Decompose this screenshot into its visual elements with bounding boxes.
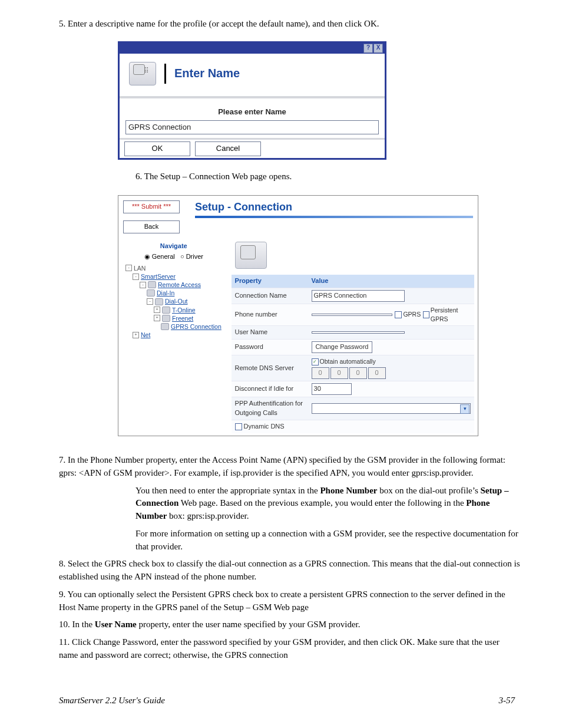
tree-net[interactable]: +Net	[122, 331, 226, 339]
dynamic-dns-checkbox[interactable]	[235, 423, 242, 430]
step10b-text: property, enter the user name specified …	[137, 620, 361, 629]
persistent-gprs-checkbox[interactable]: Persistent GPRS	[423, 306, 471, 324]
ppp-auth-label: PPP Authentification for Outgoing Calls	[235, 399, 312, 418]
navigate-header: Navigate	[122, 242, 226, 251]
idle-label: Disconnect if Idle for	[235, 384, 312, 394]
back-button[interactable]: Back	[123, 220, 180, 233]
chevron-down-icon: ▾	[460, 404, 470, 414]
tree-lan[interactable]: -LAN	[122, 264, 226, 272]
idle-input[interactable]: 30	[312, 383, 352, 395]
connection-name-label: Connection Name	[235, 291, 312, 301]
footer-right: 3-57	[499, 694, 515, 702]
general-radio[interactable]: ◉ General	[144, 253, 175, 260]
dialog-titlebar: ? X	[120, 43, 385, 54]
driver-radio[interactable]: ○ Driver	[180, 253, 203, 260]
row-phone-number: Phone number GPRS Persistent GPRS	[232, 304, 474, 325]
dialog-header: Enter Name	[120, 54, 385, 96]
tree-dial-in[interactable]: Dial-In	[122, 289, 226, 297]
step11-text: 11. Click Change Password, enter the pas…	[59, 637, 500, 660]
navigate-sidebar: Navigate ◉ General ○ Driver -LAN -SmartS…	[122, 238, 226, 433]
tree-gprs-connection[interactable]: GPRS Connection	[122, 322, 226, 331]
submit-button[interactable]: *** Submit ***	[123, 200, 180, 213]
title-underline	[195, 216, 473, 218]
connection-name-input[interactable]: GPRS Connection	[312, 290, 405, 302]
page-title: Setup - Connection	[195, 199, 473, 215]
step10-bold: User Name	[95, 620, 137, 629]
gprs-checkbox[interactable]: GPRS	[395, 310, 421, 319]
prompt-label: Please enter Name	[125, 107, 379, 118]
dns-octet-2[interactable]: 0	[330, 367, 348, 379]
tree-remote-access[interactable]: -Remote Access	[122, 281, 226, 289]
step7d-text: For more information on setting up a con…	[135, 529, 518, 551]
row-user-name: User Name	[232, 325, 474, 339]
row-password: Password Change Password	[232, 339, 474, 355]
user-name-input[interactable]	[312, 331, 405, 334]
page-footer: SmartServer 2.2 User's Guide 3-57	[0, 694, 562, 702]
step7c-tail-a: Web page. Based on the previous example,…	[178, 498, 466, 508]
property-panel: Property Value Connection Name GPRS Conn…	[232, 238, 474, 433]
step8-text: 8. Select the GPRS check box to classify…	[59, 559, 520, 581]
help-icon[interactable]: ?	[363, 44, 373, 53]
nav-radio-row: ◉ General ○ Driver	[122, 252, 226, 262]
tree-freenet[interactable]: +Freenet	[122, 314, 226, 322]
remote-dns-label: Remote DNS Server	[235, 364, 312, 373]
name-input[interactable]: GPRS Connection	[125, 120, 379, 135]
dns-octet-1[interactable]: 0	[312, 367, 329, 379]
cancel-button[interactable]: Cancel	[195, 141, 261, 156]
dns-octet-3[interactable]: 0	[349, 367, 367, 379]
ppp-auth-select[interactable]: ▾	[312, 403, 471, 414]
step7-apn: <APN of GSM provider>	[79, 468, 170, 477]
tree-dial-out[interactable]: -Dial-Out	[122, 297, 226, 305]
step7c-bold1: Phone Number	[320, 486, 377, 495]
change-password-button[interactable]: Change Password	[312, 341, 373, 353]
row-ppp-auth: PPP Authentification for Outgoing Calls …	[232, 397, 474, 420]
enter-name-dialog: ? X Enter Name Please enter Name GPRS Co…	[118, 41, 386, 160]
col-value-header: Value	[312, 276, 329, 286]
phone-number-label: Phone number	[235, 310, 312, 319]
text-cursor	[164, 64, 166, 84]
setup-connection-page: *** Submit *** Back Setup - Connection N…	[118, 195, 478, 436]
footer-left: SmartServer 2.2 User's Guide	[59, 696, 165, 702]
dynamic-dns-label: Dynamic DNS	[244, 422, 285, 431]
step7c-tail-b: box: gprs:isp.provider.	[167, 511, 249, 521]
phone-icon	[129, 62, 156, 85]
row-connection-name: Connection Name GPRS Connection	[232, 288, 474, 304]
step7c-mid: box on the dial-out profile’s	[378, 486, 481, 495]
ok-button[interactable]: OK	[124, 141, 190, 156]
close-icon[interactable]: X	[373, 44, 383, 53]
step9-text: 9. You can optionally select the Persist…	[59, 589, 505, 612]
step6-text: 6. The Setup – Connection Web page opens…	[135, 172, 292, 181]
tree-smartserver[interactable]: -SmartServer	[122, 272, 226, 281]
dialog-title: Enter Name	[174, 65, 240, 82]
tree-t-online[interactable]: +T-Online	[122, 306, 226, 314]
row-disconnect-idle: Disconnect if Idle for 30	[232, 381, 474, 397]
step5-text: 5. Enter a descriptive name for the prof…	[59, 19, 379, 28]
nav-tree: -LAN -SmartServer -Remote Access Dial-In…	[122, 264, 226, 340]
row-remote-dns: Remote DNS Server ✓Obtain automatically …	[232, 355, 474, 381]
dns-octet-4[interactable]: 0	[368, 367, 386, 379]
step7b-text: . For example, if isp.provider is the sp…	[170, 468, 474, 477]
user-name-label: User Name	[235, 328, 312, 337]
step7c-lead: You then need to enter the appropriate s…	[135, 486, 320, 495]
col-property-header: Property	[235, 276, 312, 286]
password-label: Password	[235, 342, 312, 352]
phone-icon	[235, 242, 267, 269]
phone-number-input[interactable]	[312, 314, 393, 316]
row-dynamic-dns: Dynamic DNS	[232, 420, 474, 433]
obtain-auto-checkbox[interactable]: ✓Obtain automatically	[312, 357, 376, 366]
step10a-text: 10. In the	[59, 620, 95, 629]
